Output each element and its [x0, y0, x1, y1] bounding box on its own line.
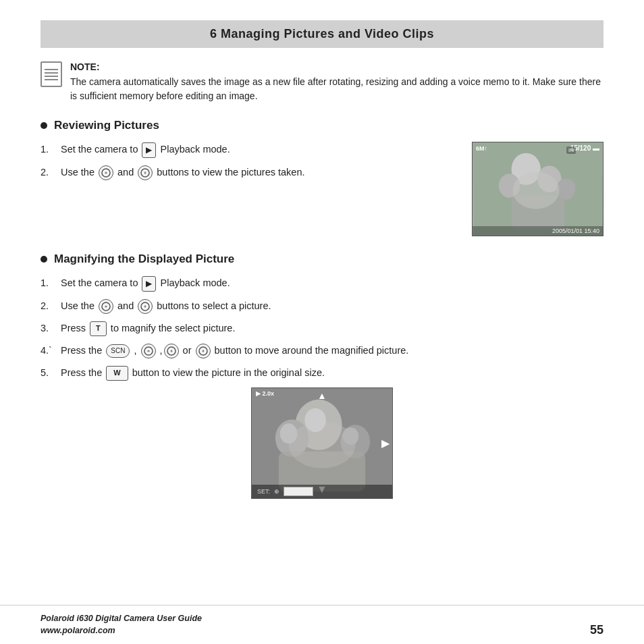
note-text: The camera automatically saves the image… — [70, 76, 601, 102]
step-2-4-content: Press the SCN , , or button to move arou… — [61, 343, 603, 358]
bullet-2 — [41, 256, 47, 263]
chapter-header: 6 Managing Pictures and Video Clips — [41, 20, 603, 48]
svg-point-8 — [513, 171, 560, 209]
section1-heading: Reviewing Pictures — [41, 119, 603, 132]
page-number: 55 — [590, 623, 603, 637]
right-btn-icon-1 — [138, 165, 153, 180]
note-line-2 — [45, 72, 58, 74]
svg-point-22 — [343, 427, 359, 445]
mag-bottom-bar: SET: ⊕ — [252, 485, 392, 498]
mag-arrow-right: ▶ — [381, 437, 390, 450]
step-2-4-num: 4.` — [41, 343, 55, 358]
svg-point-20 — [304, 408, 326, 432]
step-2-1: 1. Set the camera to ▶ Playback mode. — [41, 275, 603, 291]
family-svg-2 — [252, 388, 392, 498]
note-line-1 — [45, 69, 58, 70]
step-2-3-content: Press T to magnify the select picture. — [61, 321, 603, 336]
section1-title: Reviewing Pictures — [54, 119, 159, 132]
t-button-icon: T — [90, 321, 107, 336]
magnified-screen-wrap: ▶ 2.0x ▲ ▶ ▼ SET: ⊕ — [41, 387, 603, 499]
camera-overlay-top: 6M↑ 15/120 ▬ — [473, 142, 603, 154]
nav-left-icon — [141, 344, 156, 358]
step-2-3: 3. Press T to magnify the select picture… — [41, 321, 603, 336]
mag-arrow-up: ▲ — [317, 390, 327, 401]
zoom-icon: ⊕ — [274, 488, 279, 495]
note-content: NOTE: The camera automatically saves the… — [70, 60, 603, 104]
footer-line2: www.polaroid.com — [41, 624, 202, 637]
step-2-1-content: Set the camera to ▶ Playback mode. — [61, 275, 603, 291]
mag-play-icon: ▶ 2.0x — [256, 390, 274, 397]
playback-icon-2: ▶ — [142, 276, 156, 292]
step-2-5-content: Press the W button to view the picture i… — [61, 365, 603, 381]
section1-image: 6M↑ 15/120 ▬ IN 2005/01/01 15:40 — [472, 142, 603, 236]
scn-icon: SCN — [106, 344, 130, 358]
step-2-2: 2. Use the and buttons to select a pictu… — [41, 298, 603, 314]
or-text: or — [183, 345, 192, 356]
step-1-1-content: Set the camera to ▶ Playback mode. — [61, 142, 458, 157]
camera-timestamp: 2005/01/01 15:40 — [473, 226, 603, 236]
section2-title: Magnifying the Displayed Picture — [54, 252, 234, 266]
step-2-2-content: Use the and buttons to select a picture. — [61, 298, 603, 314]
right-btn-icon-2 — [138, 299, 153, 314]
mag-overlay-top: ▶ 2.0x ▲ — [252, 388, 392, 399]
svg-point-21 — [280, 423, 298, 444]
magnified-screen: ▶ 2.0x ▲ ▶ ▼ SET: ⊕ — [251, 387, 393, 499]
camera-screen-1: 6M↑ 15/120 ▬ IN 2005/01/01 15:40 — [472, 142, 603, 236]
family-photo-1 — [473, 142, 603, 236]
page-content: 6 Managing Pictures and Video Clips NOTE… — [0, 0, 644, 605]
step-1-1: 1. Set the camera to ▶ Playback mode. — [41, 142, 458, 157]
footer-line1: Polaroid i630 Digital Camera User Guide — [41, 612, 202, 625]
set-label: SET: — [257, 488, 270, 495]
step-2-2-num: 2. — [41, 298, 55, 314]
step-1-1-num: 1. — [41, 142, 55, 157]
note-line-3 — [45, 76, 58, 77]
step-1-2-content: Use the and buttons to view the pictures… — [61, 165, 458, 180]
step-2-5-num: 5. — [41, 365, 55, 381]
nav-up-icon — [164, 344, 179, 358]
step-2-5: 5. Press the W button to view the pictur… — [41, 365, 603, 381]
note-box: NOTE: The camera automatically saves the… — [41, 60, 603, 104]
section2-heading: Magnifying the Displayed Picture — [41, 252, 603, 266]
step-2-1-num: 1. — [41, 275, 55, 291]
section-magnifying: Magnifying the Displayed Picture 1. Set … — [41, 252, 603, 499]
step-1-2: 2. Use the and buttons to view the pictu… — [41, 165, 458, 180]
family-svg-1 — [473, 142, 603, 236]
step-2-3-num: 3. — [41, 321, 55, 336]
playback-icon-1: ▶ — [142, 142, 156, 158]
section1-steps: 1. Set the camera to ▶ Playback mode. 2.… — [41, 142, 458, 236]
left-btn-icon-1 — [99, 165, 113, 180]
note-label: NOTE: — [70, 61, 100, 72]
w-button-icon: W — [106, 366, 128, 380]
section-reviewing: Reviewing Pictures 1. Set the camera to … — [41, 119, 603, 252]
chapter-title: 6 Managing Pictures and Video Clips — [210, 27, 434, 41]
bullet-1 — [41, 122, 47, 129]
section1-body: 1. Set the camera to ▶ Playback mode. 2.… — [41, 142, 603, 236]
left-btn-icon-2 — [99, 299, 113, 314]
nav-right-icon — [196, 344, 211, 358]
camera-mode-icon: 6M↑ — [476, 145, 487, 152]
step-2-4: 4.` Press the SCN , , or button to move … — [41, 343, 603, 358]
footer-left: Polaroid i630 Digital Camera User Guide … — [41, 612, 202, 638]
in-label: IN — [566, 146, 576, 154]
note-icon — [41, 61, 62, 87]
note-line-4 — [45, 79, 58, 80]
step-1-2-num: 2. — [41, 165, 55, 180]
mag-thumb-rect — [284, 487, 313, 496]
page-footer: Polaroid i630 Digital Camera User Guide … — [0, 605, 644, 645]
